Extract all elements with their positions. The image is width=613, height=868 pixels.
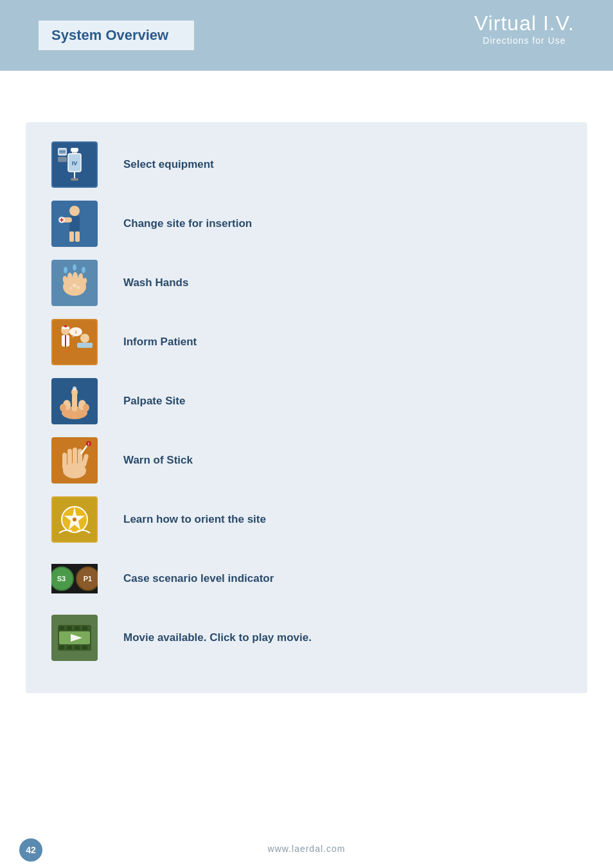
svg-rect-56 [62, 453, 67, 469]
inform-patient-icon: i [51, 319, 98, 365]
svg-point-25 [73, 272, 78, 282]
scenario-indicator-icon: S1 S2 S3 P1 P2 P3 [51, 556, 98, 602]
header: System Overview Virtual I.V. Directions … [0, 0, 613, 71]
svg-rect-1 [71, 148, 78, 152]
footer-url: www.laerdal.com [268, 844, 346, 854]
svg-rect-20 [75, 231, 80, 242]
svg-rect-19 [69, 231, 74, 242]
svg-point-33 [77, 286, 80, 289]
inform-patient-label: Inform Patient [123, 336, 197, 348]
list-item: ! Warn of Stick [51, 437, 562, 484]
svg-rect-72 [75, 626, 80, 630]
wash-hands-svg [53, 261, 96, 305]
svg-rect-8 [58, 157, 67, 162]
scenario-indicator-label: Case scenario level indicator [123, 572, 274, 585]
list-item: Learn how to orient the site [51, 496, 562, 543]
svg-rect-75 [67, 646, 72, 649]
main-title: Virtual I.V. [474, 12, 574, 35]
list-item: Movie available. Click to play movie. [51, 615, 562, 661]
equipment-svg: IV [53, 143, 96, 186]
orient-site-svg [53, 498, 96, 541]
wash-hands-label: Wash Hands [123, 276, 188, 289]
header-title-block: Virtual I.V. Directions for Use [474, 12, 574, 46]
svg-rect-77 [82, 646, 87, 649]
scenario-badge-p1: P1 [76, 566, 98, 591]
svg-point-30 [82, 267, 85, 273]
palpate-site-svg [53, 379, 96, 423]
svg-point-29 [73, 264, 76, 271]
svg-point-50 [60, 404, 66, 411]
page-number: 42 [19, 838, 42, 862]
content-card: IV Select equipment [26, 122, 587, 693]
change-site-icon [51, 201, 98, 247]
sub-title: Directions for Use [474, 35, 574, 46]
svg-text:IV: IV [72, 160, 78, 167]
svg-rect-41 [77, 343, 93, 348]
warn-stick-icon: ! [51, 437, 98, 484]
palpate-site-label: Palpate Site [123, 395, 185, 408]
footer: 42 www.laerdal.com [0, 829, 613, 868]
list-item: IV Select equipment [51, 141, 562, 188]
scenario-badge-s3: S3 [51, 566, 74, 591]
svg-point-13 [69, 206, 80, 216]
movie-icon [51, 615, 98, 661]
svg-rect-71 [67, 626, 72, 630]
svg-rect-59 [78, 449, 82, 467]
movie-svg [53, 616, 96, 660]
svg-rect-34 [53, 320, 96, 364]
select-equipment-label: Select equipment [123, 158, 214, 171]
svg-text:!: ! [88, 442, 89, 446]
section-label: System Overview [39, 21, 194, 50]
palpate-site-icon [51, 378, 98, 424]
inform-patient-svg: i [53, 320, 96, 364]
list-item: i Inform Patient [51, 319, 562, 365]
main-content: IV Select equipment [0, 90, 613, 719]
list-item: Change site for insertion [51, 201, 562, 247]
svg-rect-76 [75, 646, 80, 649]
warn-stick-label: Warn of Stick [123, 454, 193, 467]
svg-point-51 [83, 404, 89, 411]
svg-point-53 [73, 386, 76, 390]
svg-rect-58 [73, 448, 77, 468]
svg-point-67 [73, 518, 76, 521]
select-equipment-icon: IV [51, 141, 98, 188]
scenario-badge-container: S1 S2 S3 P1 P2 P3 [51, 564, 98, 593]
svg-rect-5 [71, 178, 78, 181]
change-site-svg [53, 202, 96, 246]
svg-point-31 [73, 284, 76, 287]
svg-point-28 [64, 267, 67, 273]
orient-site-icon [51, 496, 98, 543]
wash-hands-icon [51, 260, 98, 306]
svg-text:i: i [75, 329, 76, 335]
svg-rect-74 [59, 646, 64, 649]
svg-point-40 [80, 334, 89, 343]
svg-rect-70 [59, 626, 64, 630]
movie-label: Movie available. Click to play movie. [123, 631, 312, 644]
svg-rect-57 [67, 449, 72, 468]
warn-stick-svg: ! [53, 439, 96, 482]
list-item: Palpate Site [51, 378, 562, 424]
list-item: S1 S2 S3 P1 P2 P3 Case scenario level in… [51, 556, 562, 602]
change-site-label: Change site for insertion [123, 217, 252, 230]
svg-point-32 [69, 287, 72, 289]
white-band [0, 71, 613, 90]
section-label-bar: System Overview [0, 0, 270, 71]
svg-rect-39 [64, 325, 67, 327]
list-item: Wash Hands [51, 260, 562, 306]
orient-site-label: Learn how to orient the site [123, 513, 266, 526]
svg-rect-73 [82, 626, 87, 630]
